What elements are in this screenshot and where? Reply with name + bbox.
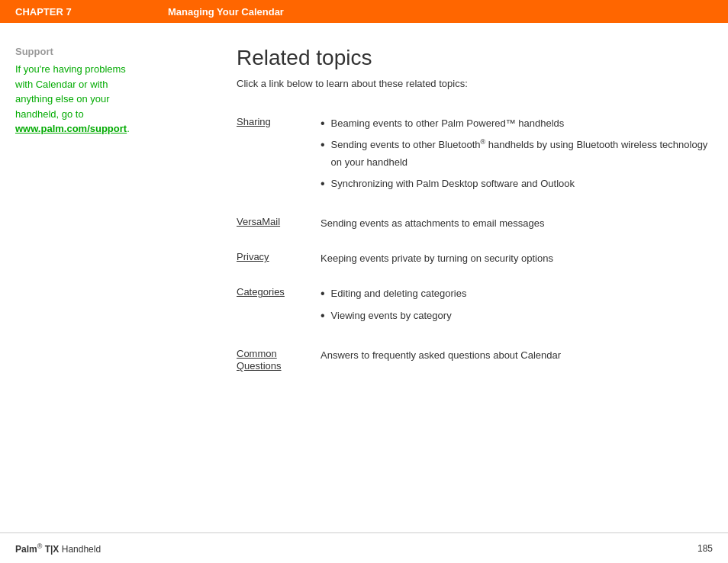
topic-link-cell-versamail: VersaMail [237, 212, 321, 247]
topic-link-common-questions[interactable]: CommonQuestions [237, 348, 282, 372]
footer: Palm® T|X Handheld 185 [0, 532, 728, 563]
bullet-text: Editing and deleting categories [331, 285, 713, 302]
bullet-icon: • [321, 115, 325, 132]
topic-content-common-questions: Answers to frequently asked questions ab… [321, 344, 713, 387]
sidebar-support-link[interactable]: www.palm.com/support [15, 123, 127, 134]
bullet-item: • Viewing events by category [321, 307, 713, 324]
page-subtitle: Click a link below to learn about these … [237, 78, 713, 89]
topic-content-versamail: Sending events as attachments to email m… [321, 212, 713, 247]
table-row: VersaMail Sending events as attachments … [237, 212, 713, 247]
footer-brand-sup: ® [37, 542, 43, 550]
topic-link-categories[interactable]: Categories [237, 286, 285, 298]
sidebar: Support If you're having problems with C… [15, 46, 229, 517]
footer-brand-name: Palm [15, 544, 37, 555]
topic-link-versamail[interactable]: VersaMail [237, 216, 280, 227]
topic-link-cell-sharing: Sharing [237, 112, 321, 212]
bullet-item: • Editing and deleting categories [321, 285, 713, 302]
page-heading: Related topics [237, 46, 713, 70]
topic-plain-text-privacy: Keeping events private by turning on sec… [321, 253, 553, 264]
footer-page-number: 185 [697, 543, 713, 554]
topics-table: Sharing • Beaming events to other Palm P… [237, 112, 713, 387]
topic-plain-text-versamail: Sending events as attachments to email m… [321, 217, 544, 229]
content-area: Related topics Click a link below to lea… [229, 46, 713, 517]
sidebar-support-text-line3: anything else on your [15, 93, 110, 105]
header-bar: CHAPTER 7 Managing Your Calendar [0, 0, 728, 23]
sidebar-support-text-line4: handheld, go to [15, 108, 84, 120]
table-row: Categories • Editing and deleting catego… [237, 282, 713, 344]
topic-link-sharing[interactable]: Sharing [237, 116, 271, 127]
bullet-text: Viewing events by category [331, 307, 713, 324]
topic-plain-text-common-questions: Answers to frequently asked questions ab… [321, 349, 561, 361]
topic-link-privacy[interactable]: Privacy [237, 251, 269, 262]
footer-product-suffix: Handheld [62, 544, 101, 555]
header-chapter-title: Managing Your Calendar [168, 6, 284, 18]
bullet-icon: • [321, 285, 325, 302]
topic-content-sharing: • Beaming events to other Palm Powered™ … [321, 112, 713, 212]
bullet-item: • Synchronizing with Palm Desktop softwa… [321, 175, 713, 192]
bullet-icon: • [321, 175, 325, 192]
sidebar-support-title: Support [15, 46, 214, 57]
topic-link-cell-privacy: Privacy [237, 247, 321, 282]
bullet-item: • Beaming events to other Palm Powered™ … [321, 115, 713, 132]
main-content: Support If you're having problems with C… [0, 23, 728, 532]
table-row: Privacy Keeping events private by turnin… [237, 247, 713, 282]
table-row: CommonQuestions Answers to frequently as… [237, 344, 713, 387]
topic-content-categories: • Editing and deleting categories • View… [321, 282, 713, 344]
bullet-item: • Sending events to other Bluetooth® han… [321, 137, 713, 171]
bullet-text: Beaming events to other Palm Powered™ ha… [331, 115, 713, 132]
topic-link-cell-categories: Categories [237, 282, 321, 344]
sidebar-support-body: If you're having problems with Calendar … [15, 62, 214, 137]
topic-content-privacy: Keeping events private by turning on sec… [321, 247, 713, 282]
table-row: Sharing • Beaming events to other Palm P… [237, 112, 713, 212]
sidebar-support-text-line2: with Calendar or with [15, 79, 108, 90]
sidebar-support-text-line1: If you're having problems [15, 63, 126, 75]
bullet-text: Synchronizing with Palm Desktop software… [331, 175, 713, 192]
bullet-icon: • [321, 137, 325, 153]
topic-link-cell-common-questions: CommonQuestions [237, 344, 321, 387]
header-chapter-label: CHAPTER 7 [15, 6, 168, 18]
sidebar-support-suffix: . [127, 123, 130, 134]
footer-pipe: T|X [45, 544, 60, 555]
footer-brand: Palm® T|X Handheld [15, 542, 101, 555]
bullet-icon: • [321, 307, 325, 324]
bullet-text: Sending events to other Bluetooth® handh… [331, 137, 713, 171]
